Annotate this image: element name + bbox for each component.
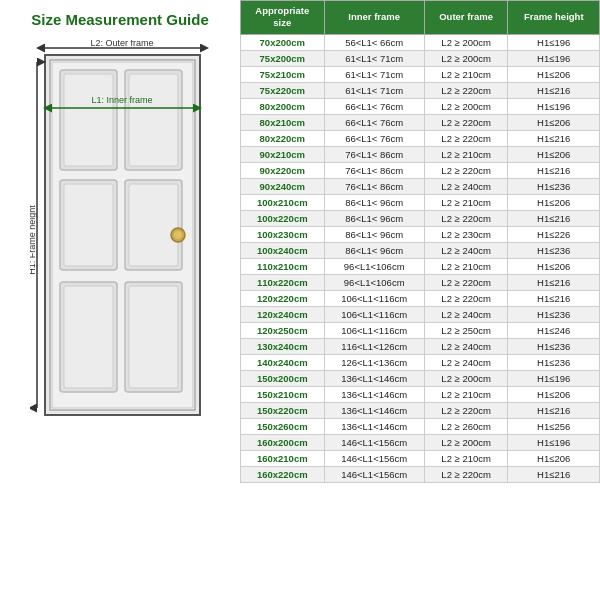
table-cell: L2 ≥ 240cm — [424, 242, 508, 258]
table-cell: L2 ≥ 210cm — [424, 386, 508, 402]
table-row: 75x210cm61<L1< 71cmL2 ≥ 210cmH1≤206 — [241, 66, 600, 82]
table-cell: H1≤236 — [508, 354, 600, 370]
table-cell: 150x210cm — [241, 386, 325, 402]
svg-rect-12 — [64, 286, 113, 388]
table-row: 100x220cm86<L1< 96cmL2 ≥ 220cmH1≤216 — [241, 210, 600, 226]
table-row: 120x220cm106<L1<116cmL2 ≥ 220cmH1≤216 — [241, 290, 600, 306]
svg-rect-14 — [129, 286, 178, 388]
table-cell: 75x210cm — [241, 66, 325, 82]
left-panel: Size Measurement Guide — [0, 0, 240, 600]
svg-point-16 — [174, 231, 182, 239]
table-cell: 120x220cm — [241, 290, 325, 306]
table-cell: L2 ≥ 200cm — [424, 34, 508, 50]
table-cell: 96<L1<106cm — [324, 258, 424, 274]
table-row: 120x250cm106<L1<116cmL2 ≥ 250cmH1≤246 — [241, 322, 600, 338]
table-cell: 136<L1<146cm — [324, 402, 424, 418]
table-row: 80x220cm66<L1< 76cmL2 ≥ 220cmH1≤216 — [241, 130, 600, 146]
table-cell: 90x240cm — [241, 178, 325, 194]
table-cell: 61<L1< 71cm — [324, 50, 424, 66]
table-row: 120x240cm106<L1<116cmL2 ≥ 240cmH1≤236 — [241, 306, 600, 322]
table-cell: H1≤216 — [508, 290, 600, 306]
table-cell: 75x200cm — [241, 50, 325, 66]
table-cell: 150x200cm — [241, 370, 325, 386]
table-cell: 106<L1<116cm — [324, 290, 424, 306]
table-cell: 146<L1<156cm — [324, 466, 424, 482]
table-cell: L2 ≥ 210cm — [424, 146, 508, 162]
table-cell: L2 ≥ 210cm — [424, 66, 508, 82]
table-cell: H1≤196 — [508, 434, 600, 450]
table-cell: H1≤216 — [508, 466, 600, 482]
table-cell: 116<L1<126cm — [324, 338, 424, 354]
table-cell: H1≤196 — [508, 34, 600, 50]
table-cell: 76<L1< 86cm — [324, 178, 424, 194]
table-cell: H1≤256 — [508, 418, 600, 434]
table-row: 100x240cm86<L1< 96cmL2 ≥ 240cmH1≤236 — [241, 242, 600, 258]
table-cell: 106<L1<116cm — [324, 306, 424, 322]
table-cell: H1≤216 — [508, 130, 600, 146]
table-cell: L2 ≥ 200cm — [424, 434, 508, 450]
table-cell: H1≤206 — [508, 66, 600, 82]
table-cell: 86<L1< 96cm — [324, 210, 424, 226]
table-row: 130x240cm116<L1<126cmL2 ≥ 240cmH1≤236 — [241, 338, 600, 354]
table-cell: H1≤216 — [508, 274, 600, 290]
measurement-table: Appropriatesize Inner frame Outer frame … — [240, 0, 600, 483]
table-cell: 136<L1<146cm — [324, 370, 424, 386]
table-row: 140x240cm126<L1<136cmL2 ≥ 240cmH1≤236 — [241, 354, 600, 370]
table-cell: L2 ≥ 240cm — [424, 338, 508, 354]
table-cell: 140x240cm — [241, 354, 325, 370]
table-cell: 160x220cm — [241, 466, 325, 482]
col-header-outer: Outer frame — [424, 1, 508, 35]
table-cell: 80x200cm — [241, 98, 325, 114]
table-cell: L2 ≥ 220cm — [424, 162, 508, 178]
table-cell: L2 ≥ 210cm — [424, 194, 508, 210]
table-cell: L2 ≥ 240cm — [424, 354, 508, 370]
table-cell: 136<L1<146cm — [324, 386, 424, 402]
table-cell: H1≤236 — [508, 242, 600, 258]
table-row: 150x200cm136<L1<146cmL2 ≥ 200cmH1≤196 — [241, 370, 600, 386]
table-cell: L2 ≥ 210cm — [424, 258, 508, 274]
table-row: 90x240cm76<L1< 86cmL2 ≥ 240cmH1≤236 — [241, 178, 600, 194]
table-cell: L2 ≥ 220cm — [424, 402, 508, 418]
table-cell: 76<L1< 86cm — [324, 146, 424, 162]
table-row: 70x200cm56<L1< 66cmL2 ≥ 200cmH1≤196 — [241, 34, 600, 50]
table-cell: 146<L1<156cm — [324, 434, 424, 450]
table-row: 150x220cm136<L1<146cmL2 ≥ 220cmH1≤216 — [241, 402, 600, 418]
table-cell: L2 ≥ 220cm — [424, 210, 508, 226]
col-header-inner: Inner frame — [324, 1, 424, 35]
table-cell: 150x220cm — [241, 402, 325, 418]
svg-text:L1: Inner frame: L1: Inner frame — [91, 95, 152, 105]
table-row: 110x210cm96<L1<106cmL2 ≥ 210cmH1≤206 — [241, 258, 600, 274]
table-cell: H1≤226 — [508, 226, 600, 242]
table-cell: 160x210cm — [241, 450, 325, 466]
table-cell: 56<L1< 66cm — [324, 34, 424, 50]
table-cell: L2 ≥ 200cm — [424, 370, 508, 386]
table-cell: 146<L1<156cm — [324, 450, 424, 466]
table-cell: 90x210cm — [241, 146, 325, 162]
table-cell: 120x240cm — [241, 306, 325, 322]
table-row: 80x210cm66<L1< 76cmL2 ≥ 220cmH1≤206 — [241, 114, 600, 130]
table-cell: H1≤196 — [508, 98, 600, 114]
table-cell: 120x250cm — [241, 322, 325, 338]
svg-text:L2: Outer frame: L2: Outer frame — [90, 40, 153, 48]
table-row: 75x200cm61<L1< 71cmL2 ≥ 200cmH1≤196 — [241, 50, 600, 66]
table-cell: 136<L1<146cm — [324, 418, 424, 434]
table-row: 150x260cm136<L1<146cmL2 ≥ 260cmH1≤256 — [241, 418, 600, 434]
table-cell: H1≤216 — [508, 402, 600, 418]
table-cell: 110x210cm — [241, 258, 325, 274]
table-cell: 130x240cm — [241, 338, 325, 354]
table-cell: L2 ≥ 250cm — [424, 322, 508, 338]
table-cell: 100x220cm — [241, 210, 325, 226]
svg-rect-8 — [64, 184, 113, 266]
table-cell: 66<L1< 76cm — [324, 114, 424, 130]
table-cell: H1≤206 — [508, 146, 600, 162]
table-row: 160x220cm146<L1<156cmL2 ≥ 220cmH1≤216 — [241, 466, 600, 482]
table-cell: H1≤236 — [508, 338, 600, 354]
table-cell: L2 ≥ 210cm — [424, 450, 508, 466]
table-cell: 80x210cm — [241, 114, 325, 130]
col-header-size: Appropriatesize — [241, 1, 325, 35]
table-cell: H1≤216 — [508, 210, 600, 226]
table-cell: 61<L1< 71cm — [324, 82, 424, 98]
table-cell: 66<L1< 76cm — [324, 98, 424, 114]
table-row: 90x220cm76<L1< 86cmL2 ≥ 220cmH1≤216 — [241, 162, 600, 178]
table-cell: L2 ≥ 200cm — [424, 98, 508, 114]
